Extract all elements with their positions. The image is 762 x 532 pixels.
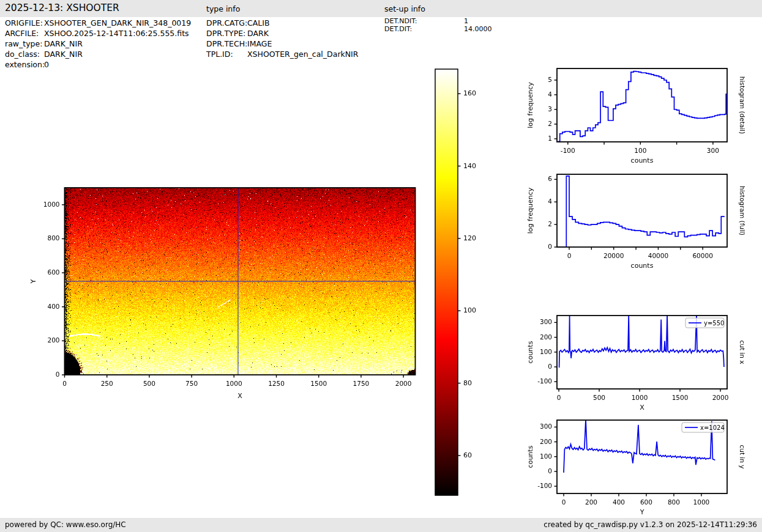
- svg-text:2: 2: [548, 220, 552, 227]
- svg-text:100: 100: [540, 348, 552, 355]
- svg-text:60: 60: [463, 451, 472, 459]
- svg-text:1250: 1250: [268, 380, 285, 387]
- svg-text:200: 200: [47, 336, 59, 344]
- svg-text:0: 0: [567, 252, 572, 259]
- svg-text:400: 400: [613, 498, 625, 506]
- svg-text:Y: Y: [29, 279, 37, 284]
- svg-text:counts: counts: [631, 157, 654, 164]
- svg-text:2000: 2000: [712, 394, 729, 401]
- svg-text:1000: 1000: [632, 394, 648, 401]
- svg-text:0: 0: [56, 371, 60, 378]
- svg-text:counts: counts: [526, 341, 534, 363]
- plot-cut_x: 0500100015002000-1000100200300Xcountscut…: [526, 314, 746, 412]
- svg-text:20000: 20000: [603, 252, 624, 259]
- svg-text:300: 300: [540, 318, 552, 325]
- svg-text:250: 250: [101, 380, 113, 387]
- svg-text:X: X: [237, 392, 242, 400]
- svg-text:histogram (detail): histogram (detail): [739, 76, 746, 134]
- svg-text:log frequency: log frequency: [526, 187, 534, 234]
- svg-text:log frequency: log frequency: [526, 82, 534, 128]
- legend-cut_x: y=550: [685, 318, 724, 328]
- svg-text:0: 0: [548, 363, 552, 370]
- colorbar-axis: 6080100120140160: [435, 69, 476, 495]
- svg-text:1500: 1500: [672, 394, 689, 401]
- svg-text:2: 2: [548, 120, 552, 127]
- svg-text:0: 0: [548, 243, 552, 250]
- svg-text:40000: 40000: [648, 252, 668, 259]
- svg-text:200: 200: [585, 498, 597, 506]
- plot-hist_detail: -10010030012345countslog frequencyhistog…: [526, 68, 746, 164]
- svg-text:200: 200: [540, 333, 552, 341]
- svg-text:0: 0: [557, 394, 561, 401]
- svg-text:800: 800: [47, 234, 59, 242]
- svg-text:1750: 1750: [353, 380, 370, 387]
- qc-report-page: 2025-12-13: XSHOOTER type info set-up in…: [0, 0, 762, 532]
- svg-text:160: 160: [463, 89, 476, 97]
- svg-text:300: 300: [707, 147, 719, 154]
- svg-text:Y: Y: [640, 508, 644, 516]
- svg-text:4: 4: [548, 198, 552, 205]
- svg-text:4: 4: [548, 91, 552, 98]
- svg-text:60000: 60000: [692, 252, 712, 259]
- svg-text:100: 100: [463, 306, 476, 314]
- plots-overlay: 0250500750100012501500175020000200400600…: [0, 0, 762, 532]
- svg-text:2000: 2000: [395, 380, 412, 387]
- svg-text:cut in x: cut in x: [739, 340, 746, 364]
- svg-text:-100: -100: [537, 377, 552, 385]
- plot-cut_y: 02004006008001000-1000100200300Ycountscu…: [526, 419, 746, 516]
- plot-hist_full: 02000040000600000246countslog frequencyh…: [526, 174, 746, 270]
- svg-text:histogram (full): histogram (full): [739, 186, 746, 235]
- svg-text:counts: counts: [526, 445, 534, 468]
- svg-text:100: 100: [634, 147, 646, 154]
- svg-text:X: X: [640, 404, 644, 412]
- svg-text:y=550: y=550: [704, 320, 724, 327]
- svg-text:200: 200: [540, 438, 552, 445]
- svg-text:500: 500: [143, 380, 155, 387]
- data-line-hist_full: [558, 176, 725, 247]
- svg-text:-100: -100: [537, 482, 552, 489]
- plot-main-image: 0250500750100012501500175020000200400600…: [29, 188, 416, 400]
- legend-cut_y: x=1024: [682, 423, 725, 432]
- svg-text:140: 140: [463, 162, 476, 170]
- svg-text:counts: counts: [631, 262, 654, 270]
- svg-text:100: 100: [540, 453, 552, 460]
- svg-text:x=1024: x=1024: [700, 424, 725, 431]
- svg-text:6: 6: [548, 175, 552, 182]
- svg-text:1500: 1500: [310, 380, 327, 387]
- footer-right-text: created by qc_rawdisp.py v1.2.3 on 2025-…: [543, 520, 757, 529]
- footer-left-text: powered by QC: www.eso.org/HC: [5, 520, 126, 529]
- svg-text:800: 800: [668, 498, 680, 506]
- svg-text:1000: 1000: [693, 498, 710, 506]
- svg-text:1000: 1000: [43, 201, 60, 208]
- svg-text:0: 0: [548, 467, 552, 475]
- svg-text:0: 0: [562, 498, 566, 506]
- svg-text:80: 80: [463, 379, 472, 387]
- svg-text:3: 3: [548, 105, 552, 113]
- svg-text:1000: 1000: [226, 380, 242, 387]
- svg-text:cut in y: cut in y: [739, 445, 746, 468]
- svg-text:500: 500: [593, 394, 605, 401]
- svg-text:300: 300: [540, 423, 552, 430]
- svg-text:-100: -100: [561, 147, 575, 154]
- svg-text:600: 600: [640, 498, 652, 506]
- svg-text:600: 600: [47, 268, 59, 276]
- svg-text:1: 1: [548, 135, 552, 142]
- svg-text:750: 750: [185, 380, 198, 387]
- svg-text:0: 0: [62, 380, 67, 387]
- svg-text:400: 400: [47, 303, 59, 310]
- data-line-hist_detail: [558, 72, 727, 142]
- svg-text:120: 120: [463, 234, 476, 242]
- svg-text:5: 5: [548, 76, 552, 83]
